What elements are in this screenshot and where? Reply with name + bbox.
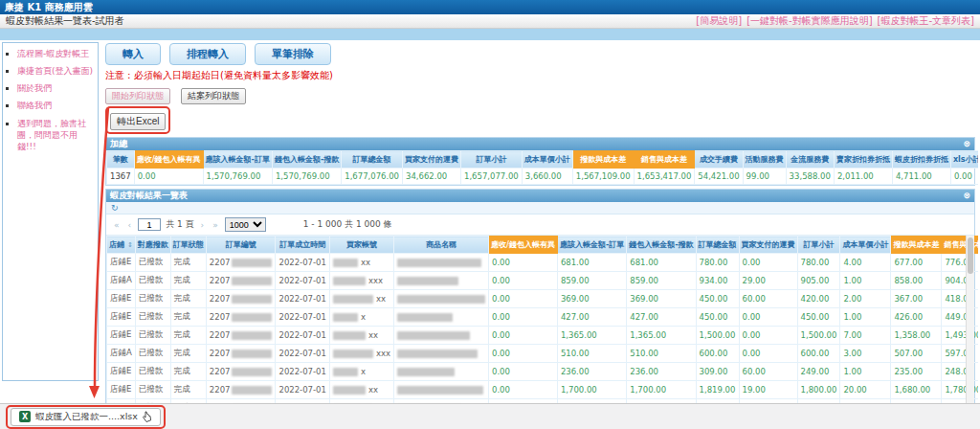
grid-header-cell[interactable]: 商品名稱 (393, 237, 488, 254)
action-button-2[interactable]: 單筆排除 (255, 43, 331, 65)
sort-icon[interactable]: ↕ (127, 241, 133, 249)
collapse-icon[interactable]: ⊗ (963, 140, 970, 148)
summary-header-cell: 錢包入帳金額-撥款 (272, 151, 341, 169)
table-row[interactable]: 店鋪E已撥款完成22072022-07-01xx0.001,365.001,36… (107, 327, 979, 345)
amount-cell: 780.00 (797, 254, 840, 272)
hand-cursor-icon (143, 411, 152, 423)
summary-header-cell: 成本單價小計 (522, 151, 572, 169)
grid-header-cell[interactable]: 訂單總金額 (696, 237, 739, 254)
order-status-cell: 完成 (170, 308, 206, 327)
amount-cell: 934.00 (696, 272, 739, 290)
redacted-text (232, 295, 272, 304)
amount-cell: 236.00 (557, 363, 626, 381)
page-size-select[interactable]: 1000 (225, 217, 266, 232)
action-button-0[interactable]: 轉入 (105, 43, 161, 65)
grid-header-cell[interactable]: 應該入帳金額-訂單 (557, 237, 626, 254)
table-row[interactable]: 店鋪A已撥款完成22072022-07-01xxx0.00510.00510.0… (107, 345, 979, 363)
sidebar: 流程圖-蝦皮對帳王康捷首頁(登入畫面)關於我們聯絡我們遇到問題，臉書社團，問問題… (2, 42, 99, 381)
summary-header-row: 筆數應收/錢包入帳有異應該入帳金額-訂單錢包入帳金額-撥款訂單總金額買家支付的運… (107, 151, 979, 169)
amount-cell: 1,365.00 (627, 327, 696, 345)
scrollbar-thumb[interactable] (968, 237, 973, 274)
grid-header-row: 店鋪 ↕對應撥款訂單狀態訂單編號訂單成立時間買家帳號商品名稱應收/錢包入帳有異應… (107, 237, 979, 254)
grid-body: 店鋪 ↕對應撥款訂單狀態訂單編號訂單成立時間買家帳號商品名稱應收/錢包入帳有異應… (106, 236, 974, 429)
table-row[interactable]: 店鋪A已撥款完成22072022-07-01xxx0.00859.00859.0… (107, 272, 979, 290)
pager-prev-icon[interactable]: ‹ (126, 220, 134, 230)
summary-header-cell: xls小計差異 (950, 151, 978, 169)
buyer-account-cell: xxx (329, 272, 393, 290)
amount-cell: 426.00 (891, 308, 942, 327)
redacted-text (397, 331, 470, 340)
action-button-1[interactable]: 排程轉入 (169, 43, 246, 65)
table-row[interactable]: 店鋪E已撥款完成22072022-07-01xx0.00681.00681.00… (107, 254, 979, 272)
page-number-input[interactable] (138, 218, 161, 231)
grid-header-cell[interactable]: 訂單狀態 (170, 237, 206, 254)
pager-last-icon[interactable]: » (211, 220, 220, 230)
sidebar-item-link-2[interactable]: 關於我們 (17, 83, 52, 93)
table-row[interactable]: 店鋪E已撥款完成22072022-07-01x0.00236.00236.003… (107, 363, 979, 381)
sidebar-item-link-3[interactable]: 聯絡我們 (17, 101, 52, 110)
results-table: 店鋪 ↕對應撥款訂單狀態訂單編號訂單成立時間買家帳號商品名稱應收/錢包入帳有異應… (106, 236, 978, 429)
redacted-text (232, 313, 272, 322)
grid-header-cell[interactable]: 訂單編號 (206, 237, 276, 254)
order-status-cell: 完成 (170, 345, 206, 363)
header-link-1[interactable]: [一鍵對帳-對帳實際應用說明] (746, 14, 872, 28)
order-number-cell: 2207 (206, 290, 276, 308)
downloaded-file-name: 蝦皮匯入已撥款一....xlsx (35, 411, 138, 423)
refresh-icon[interactable]: ↻ (111, 203, 119, 213)
redacted-text (333, 386, 366, 395)
sidebar-item-link-4[interactable]: 遇到問題，臉書社團，問問題不用錢!!! (17, 119, 86, 151)
grid-header-cell[interactable]: 撥款與成本差 (891, 237, 942, 254)
grid-toolbar: ↻ (106, 202, 974, 214)
amount-cell: 369.00 (627, 290, 696, 308)
redacted-text (232, 259, 272, 267)
amount-cell: 249.00 (797, 363, 840, 381)
amount-cell: 1,365.00 (557, 327, 626, 345)
amount-cell: 0.00 (739, 254, 797, 272)
print-closed-button[interactable]: 結案列印狀態 (181, 88, 246, 104)
pager-next-icon[interactable]: › (199, 220, 207, 230)
sidebar-item-link-0[interactable]: 流程圖-蝦皮對帳王 (17, 49, 89, 58)
amount-cell: 0.00 (488, 272, 557, 290)
grid-header-cell[interactable]: 應收/錢包入帳有異 (488, 237, 557, 254)
sidebar-list: 流程圖-蝦皮對帳王康捷首頁(登入畫面)關於我們聯絡我們遇到問題，臉書社團，問問題… (5, 48, 96, 152)
header-link-2[interactable]: [蝦皮對帳王-文章列表] (878, 14, 974, 28)
print-start-button[interactable]: 開始列印狀態 (105, 88, 170, 104)
amount-cell: 60.00 (739, 290, 797, 308)
order-date-cell: 2022-07-01 (276, 272, 329, 290)
summary-header-cell: 應收/錢包入帳有異 (134, 151, 203, 169)
summary-value-cell: 1,653,417.00 (634, 169, 695, 185)
grid-header-cell[interactable]: 買家帳號 (329, 237, 393, 254)
downloaded-file-chip[interactable]: X 蝦皮匯入已撥款一....xlsx (11, 408, 161, 426)
table-row[interactable]: 店鋪E已撥款完成22072022-07-01x0.00427.00427.004… (107, 308, 979, 327)
amount-cell: 2.00 (840, 290, 891, 308)
grid-header-cell[interactable]: 訂單成立時間 (276, 237, 329, 254)
summary-value-cell: 1,657,077.00 (461, 169, 523, 185)
decorative-band (0, 29, 980, 40)
product-name-cell (393, 272, 488, 290)
payout-status-cell: 已撥款 (135, 345, 170, 363)
payout-status-cell: 已撥款 (135, 272, 170, 290)
summary-value-cell: 4,711.00 (892, 169, 950, 185)
collapse-icon[interactable]: ⊗ (963, 192, 970, 200)
grid-header-cell[interactable]: 訂單小計 (797, 237, 840, 254)
vertical-scrollbar[interactable] (966, 236, 974, 429)
grid-header-cell[interactable]: 店鋪 ↕ (107, 237, 136, 254)
summary-value-cell: 2,011.00 (834, 169, 892, 185)
table-row[interactable]: 店鋪E已撥款完成22072022-07-01xx0.00369.00369.00… (107, 290, 979, 308)
sidebar-item-link-1[interactable]: 康捷首頁(登入畫面) (17, 66, 93, 76)
amount-cell: 0.00 (488, 345, 557, 363)
grid-header-cell[interactable]: 對應撥款 (135, 237, 170, 254)
app-title: 康捷 K1 商務應用雲 (5, 2, 93, 12)
export-excel-button[interactable]: 轉出Excel (110, 113, 166, 130)
table-row[interactable]: 店鋪E已撥款完成22072022-07-01xx0.001,700.001,70… (107, 381, 979, 399)
redacted-text (397, 259, 481, 267)
grid-header-cell[interactable]: 成本單價小計 (840, 237, 891, 254)
grid-header-cell[interactable]: 錢包入帳金額-撥款 (627, 237, 696, 254)
summary-panel: 加總 ⊗ 筆數應收/錢包入帳有異應該入帳金額-訂單錢包入帳金額-撥款訂單總金額買… (105, 137, 975, 186)
grid-header-cell[interactable]: 買家支付的運費 (739, 237, 797, 254)
pager-first-icon[interactable]: « (112, 220, 122, 230)
header-link-0[interactable]: [簡易說明] (696, 14, 742, 28)
order-number-cell: 2207 (206, 363, 276, 381)
summary-value-cell: 3,660.00 (522, 169, 572, 185)
grid-pager: « ‹ 共 1 頁 › » 1000 1 - 1 000 共 1 000 條 (106, 214, 974, 236)
